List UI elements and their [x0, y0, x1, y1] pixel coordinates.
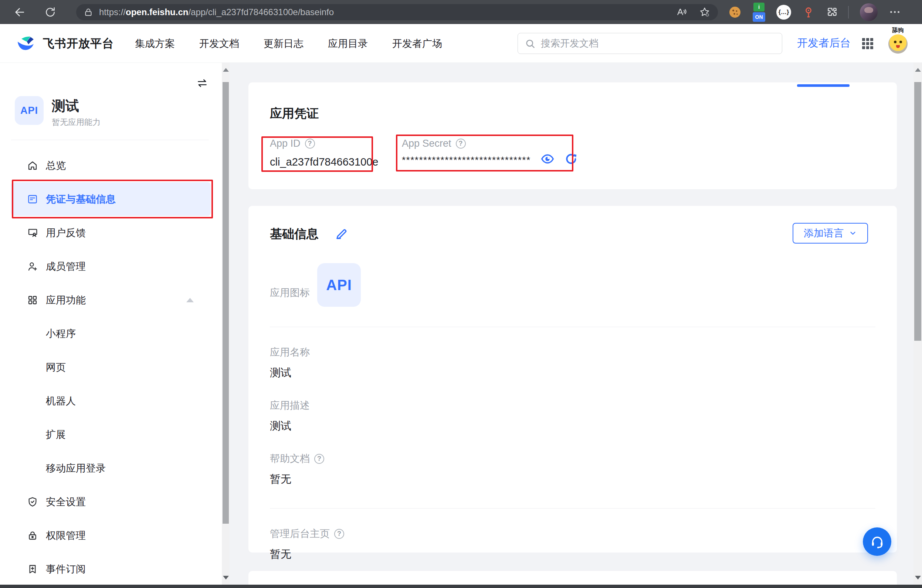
braces-extension-icon[interactable]: {…}: [777, 5, 791, 20]
app-id-value: cli_a237fd784663100e: [270, 156, 379, 168]
help-icon[interactable]: ?: [305, 139, 315, 149]
pin-extension-icon[interactable]: [802, 6, 815, 18]
app-icon: API: [15, 96, 44, 125]
chevron-down-icon: [849, 229, 857, 237]
app-summary: API 测试 暂无应用能力: [15, 96, 211, 137]
sidebar-item-label: 小程序: [46, 327, 76, 340]
sidebar-item-miniapp[interactable]: 小程序: [11, 317, 211, 350]
credential-icon: [27, 193, 38, 205]
app-desc-row: 应用描述 测试: [270, 399, 875, 433]
app-icon-preview[interactable]: API: [317, 263, 361, 307]
sidebar-scrollbar[interactable]: [222, 63, 230, 585]
customer-support-button[interactable]: [863, 528, 891, 556]
app-name-label: 应用名称: [270, 346, 875, 359]
sidebar-item-overview[interactable]: 总览: [11, 149, 211, 182]
nav-item-developer-plaza[interactable]: 开发者广场: [392, 37, 442, 50]
sidebar-item-webpage[interactable]: 网页: [11, 350, 211, 384]
sidebar-item-extension[interactable]: 扩展: [11, 418, 211, 451]
user-avatar[interactable]: 舔狗: [886, 27, 909, 54]
toolbar-divider: [848, 6, 849, 18]
search-input[interactable]: [541, 38, 775, 49]
help-icon[interactable]: ?: [456, 139, 466, 149]
nav-item-docs[interactable]: 开发文档: [199, 37, 239, 50]
switch-app-icon[interactable]: [196, 77, 209, 90]
sidebar-item-feedback[interactable]: 用户反馈: [11, 216, 211, 250]
nav-item-app-directory[interactable]: 应用目录: [328, 37, 368, 50]
address-bar[interactable]: https://open.feishu.cn/app/cli_a237fd784…: [76, 4, 718, 20]
sidebar: API 测试 暂无应用能力 总览凭证与基础信息用户反馈成员管理应用功能小程序网页…: [0, 63, 222, 585]
events-icon: [27, 563, 38, 575]
scroll-up-icon[interactable]: [915, 68, 921, 72]
app-secret-masked-value: ******************************: [402, 155, 531, 166]
user-avatar-label: 舔狗: [886, 27, 909, 34]
help-icon[interactable]: ?: [334, 529, 344, 539]
admin-home-label: 管理后台主页: [270, 527, 330, 540]
reveal-secret-eye-icon[interactable]: [541, 152, 554, 166]
sidebar-item-security[interactable]: 安全设置: [11, 485, 211, 518]
extensions-puzzle-icon[interactable]: [826, 6, 839, 18]
url-text: https://open.feishu.cn/app/cli_a237fd784…: [99, 7, 671, 17]
help-doc-row: 帮助文档 ? 暂无: [270, 452, 875, 487]
page-scroll-thumb[interactable]: [914, 82, 921, 341]
sidebar-item-features[interactable]: 应用功能: [11, 283, 211, 317]
developer-console-link[interactable]: 开发者后台: [797, 24, 851, 62]
sidebar-item-label: 总览: [46, 159, 66, 172]
sidebar-item-label: 扩展: [46, 428, 66, 441]
sidebar-item-label: 成员管理: [46, 260, 86, 273]
top-nav: 集成方案开发文档更新日志应用目录开发者广场: [135, 24, 442, 63]
info-on-extension-icon[interactable]: i ON: [753, 3, 765, 22]
sidebar-item-events[interactable]: 事件订阅: [11, 552, 211, 586]
sidebar-item-members[interactable]: 成员管理: [11, 250, 211, 283]
page-scrollbar[interactable]: [914, 63, 922, 585]
cookie-extension-icon[interactable]: [728, 5, 742, 19]
regenerate-secret-icon[interactable]: [564, 152, 578, 166]
brand[interactable]: 飞书开放平台: [15, 24, 114, 63]
brand-title: 飞书开放平台: [43, 36, 114, 51]
app-icon-row: 应用图标 API: [270, 263, 875, 307]
doc-search[interactable]: [518, 33, 782, 54]
app-body: API 测试 暂无应用能力 总览凭证与基础信息用户反馈成员管理应用功能小程序网页…: [0, 63, 922, 585]
feishu-open-platform-page: { "browser": { "url_prefix": "https://",…: [0, 0, 922, 588]
main-content: 应用凭证 App ID ? cli_a237fd784663100e App S…: [230, 63, 914, 585]
headset-icon: [870, 534, 885, 550]
browser-menu-icon[interactable]: [890, 11, 899, 13]
sidebar-scroll-thumb[interactable]: [222, 82, 229, 524]
admin-home-value: 暂无: [270, 547, 875, 562]
sidebar-item-label: 网页: [46, 361, 66, 374]
sidebar-divider: [11, 140, 209, 140]
nav-item-integration[interactable]: 集成方案: [135, 37, 175, 50]
browser-back-icon[interactable]: [13, 5, 27, 20]
read-aloud-icon[interactable]: [676, 6, 688, 18]
app-name: 测试: [52, 97, 79, 115]
browser-profile-avatar[interactable]: [860, 3, 878, 21]
sidebar-item-label: 权限管理: [46, 529, 86, 542]
app-name-row: 应用名称 测试: [270, 346, 875, 380]
add-language-button[interactable]: 添加语言: [793, 223, 868, 243]
app-secret-label: App Secret: [402, 138, 451, 149]
search-icon: [525, 38, 536, 49]
favorite-star-icon[interactable]: [699, 6, 711, 18]
apps-grid-icon[interactable]: [862, 38, 874, 50]
nav-item-changelog[interactable]: 更新日志: [263, 37, 304, 50]
collapse-triangle-icon[interactable]: [186, 298, 194, 302]
scroll-up-icon[interactable]: [223, 68, 229, 72]
sidebar-item-mobile-login[interactable]: 移动应用登录: [11, 451, 211, 485]
sidebar-item-label: 应用功能: [46, 294, 86, 307]
permission-icon: [27, 529, 38, 541]
help-doc-value: 暂无: [270, 472, 875, 487]
edit-icon[interactable]: [334, 227, 348, 241]
app-desc-label: 应用描述: [270, 399, 875, 412]
sidebar-item-label: 机器人: [46, 394, 76, 408]
app-subtitle: 暂无应用能力: [52, 117, 101, 128]
scroll-down-icon[interactable]: [223, 576, 229, 580]
scroll-down-icon[interactable]: [915, 576, 921, 580]
sidebar-item-credentials[interactable]: 凭证与基础信息: [11, 182, 211, 216]
help-icon[interactable]: ?: [314, 454, 324, 464]
sidebar-item-permission[interactable]: 权限管理: [11, 518, 211, 552]
sidebar-menu: 总览凭证与基础信息用户反馈成员管理应用功能小程序网页机器人扩展移动应用登录安全设…: [11, 149, 211, 586]
sidebar-item-bot[interactable]: 机器人: [11, 384, 211, 418]
site-header: 飞书开放平台 集成方案开发文档更新日志应用目录开发者广场 开发者后台 舔狗: [0, 24, 922, 63]
active-tab-underline: [797, 84, 850, 87]
browser-refresh-icon[interactable]: [43, 5, 58, 20]
app-desc-value: 测试: [270, 419, 875, 433]
